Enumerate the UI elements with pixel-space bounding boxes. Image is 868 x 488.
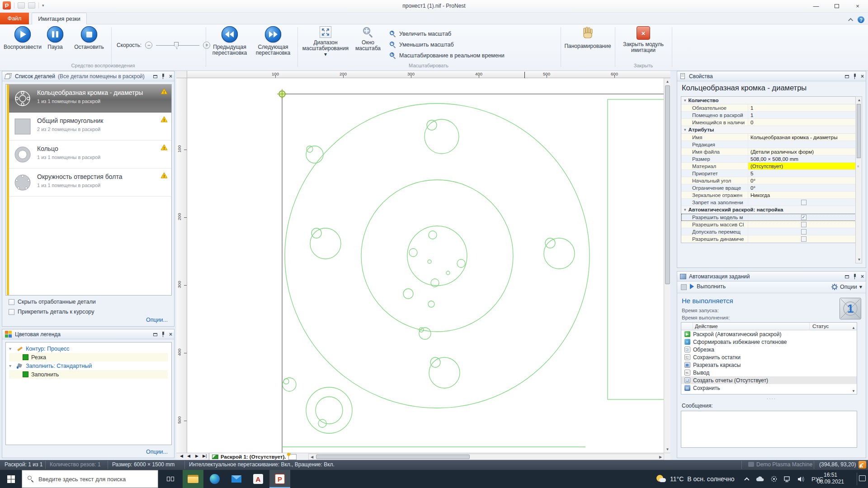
panel-pin-icon[interactable] <box>161 74 165 79</box>
checkbox-icon[interactable] <box>801 222 807 227</box>
automation-checkbox[interactable] <box>681 284 687 290</box>
property-row[interactable]: Имя Кольцеобразная кромка - диаметры <box>681 134 857 141</box>
panel-restore-icon[interactable] <box>153 333 157 336</box>
messages-box[interactable] <box>681 411 857 448</box>
scroll-left-icon[interactable]: ◀ <box>309 454 315 460</box>
checkbox-icon[interactable] <box>801 229 807 235</box>
speed-slider-thumb[interactable] <box>174 42 179 48</box>
panel-restore-icon[interactable] <box>845 275 849 278</box>
task-row[interactable]: NC Вывод <box>681 369 857 376</box>
property-row[interactable]: Размер 508,00 × 508,00 mm <box>681 155 857 163</box>
checkbox-icon[interactable] <box>801 200 807 205</box>
job-automation-header[interactable]: Автоматизация заданий × <box>677 272 866 282</box>
scroll-up-icon[interactable]: ▲ <box>852 324 855 332</box>
attach-part-to-cursor-checkbox[interactable]: Прикрепить деталь к курсору <box>9 309 94 315</box>
properties-scrollbar[interactable]: ▲ ≡ ▼ <box>855 96 862 263</box>
speed-slider[interactable] <box>156 42 199 49</box>
part-list-item[interactable]: Кольцо 1 из 1 помещены в раскрой ! <box>9 141 171 169</box>
canvas-horizontal-scrollbar[interactable]: ◀ ▶ <box>308 454 664 460</box>
taskbar-pronest-active[interactable]: P <box>269 470 290 488</box>
section-chevron-icon[interactable]: ▾ <box>684 98 686 103</box>
checkbox-icon[interactable] <box>801 236 807 242</box>
legend-group-fill[interactable]: ▾ Заполнить: Стандартный <box>9 361 168 370</box>
scroll-right-icon[interactable]: ▶ <box>657 454 664 460</box>
panel-restore-icon[interactable] <box>845 75 849 78</box>
section-chevron-icon[interactable]: ▾ <box>684 127 686 132</box>
taskbar-clock[interactable]: 16:51 06.09.2021 <box>813 472 848 485</box>
legend-options-link[interactable]: Опции... <box>146 449 168 455</box>
scroll-up-icon[interactable]: ▲ <box>664 78 671 85</box>
maximize-button[interactable] <box>826 0 847 12</box>
color-legend-header[interactable]: Цветовая легенда × <box>2 329 174 339</box>
property-row-material[interactable]: Материал (Отсутствует) <box>681 163 857 170</box>
legend-item-fill[interactable]: Заполнить <box>9 370 168 379</box>
property-row[interactable]: Ограничение враще 0° <box>681 184 857 192</box>
panel-close-icon[interactable]: × <box>169 331 172 338</box>
volume-icon[interactable] <box>797 476 805 482</box>
part-list-options-link[interactable]: Опции... <box>146 317 168 323</box>
network-icon[interactable] <box>784 476 791 482</box>
part-list-item[interactable]: Общий прямоугольник 2 из 2 помещены в ра… <box>9 113 171 141</box>
play-button[interactable]: Воспроизвести <box>4 26 42 50</box>
scroll-down-icon[interactable]: ▼ <box>856 256 863 263</box>
close-button[interactable]: × <box>847 0 868 12</box>
panel-pin-icon[interactable] <box>853 74 857 79</box>
taskbar-file-explorer[interactable] <box>183 470 203 488</box>
checkbox-icon[interactable] <box>9 299 14 305</box>
previous-rearrangement-button[interactable]: Предыдущая перестановка <box>209 26 250 56</box>
task-row[interactable]: ◱ Сохранить остатки <box>681 353 857 361</box>
minimize-button[interactable]: — <box>806 0 826 12</box>
panel-restore-icon[interactable] <box>153 75 157 78</box>
next-sheet-icon[interactable]: ▶ <box>195 454 198 458</box>
checkbox-checked-icon[interactable]: ✓ <box>801 215 807 220</box>
property-section-autonest[interactable]: ▾ Автоматический раскрой: настройка <box>681 206 857 214</box>
property-row[interactable]: Запрет на заполнени <box>681 199 857 206</box>
material-missing-value[interactable]: (Отсутствует) <box>748 163 857 169</box>
last-sheet-icon[interactable]: ▶| <box>203 454 207 458</box>
scroll-down-icon[interactable]: ▼ <box>852 389 855 393</box>
speed-decrease-button[interactable]: − <box>145 42 152 49</box>
task-row[interactable]: ◲ Обрезка <box>681 346 857 353</box>
checkbox-icon[interactable] <box>9 309 14 315</box>
property-row[interactable]: Начальный угол 0° <box>681 177 857 184</box>
panel-pin-icon[interactable] <box>161 332 165 337</box>
property-row[interactable]: Допускать перемещ <box>681 228 857 235</box>
property-row[interactable]: Помещено в раскрой 1 <box>681 112 857 119</box>
panel-close-icon[interactable]: × <box>169 73 172 80</box>
property-row[interactable]: Имя файла (Детали различных форм) <box>681 148 857 155</box>
nest-canvas[interactable] <box>187 78 670 453</box>
property-row[interactable]: Редакция <box>681 141 857 148</box>
property-row-selected[interactable]: Разрешить модель м ✓ <box>681 214 857 221</box>
start-button[interactable] <box>0 470 22 488</box>
prev-sheet-icon[interactable]: ◀ <box>187 454 190 458</box>
zoom-realtime-button[interactable]: ± Масштабирование в реальном времени <box>390 51 505 61</box>
part-list-item[interactable]: Кольцеобразная кромка - диаметры 1 из 1 … <box>9 84 171 113</box>
column-action[interactable]: Действие <box>693 323 810 330</box>
run-button[interactable]: Выполнить <box>690 283 726 290</box>
pan-button[interactable]: Панорамирование <box>564 26 611 49</box>
notification-center-icon[interactable] <box>859 475 866 481</box>
automation-options-button[interactable]: Опции ▾ <box>831 283 862 290</box>
tree-chevron-icon[interactable]: ▾ <box>9 363 14 368</box>
sheet-tab[interactable]: Раскрой 1: (Отсутствует). <box>209 453 291 460</box>
scrollbar-thumb[interactable] <box>316 455 470 459</box>
column-status[interactable]: Статус ▲ <box>810 323 857 330</box>
zoom-window-button[interactable]: Окно масштаба <box>352 26 384 52</box>
section-chevron-icon[interactable]: ▾ <box>684 207 686 212</box>
legend-group-contour[interactable]: ▾ Контур: Процесс <box>9 344 168 353</box>
legend-item-cut[interactable]: Резка <box>9 353 168 361</box>
scroll-down-icon[interactable]: ▼ <box>664 446 671 453</box>
taskbar-mail[interactable] <box>226 470 247 488</box>
part-list-item[interactable]: Окружность отверстия болта 1 из 1 помеще… <box>9 169 171 197</box>
task-row-selected[interactable]: ❏ Создать отчеты (Отсутствует) <box>681 376 857 384</box>
property-section-attributes[interactable]: ▾ Атрибуты <box>681 126 857 134</box>
tab-simulation[interactable]: Имитация резки <box>32 13 87 24</box>
zoom-out-button[interactable]: − Уменьшить масштаб <box>390 40 454 50</box>
zoom-in-button[interactable]: + Увеличить масштаб <box>390 29 451 39</box>
close-simulation-button[interactable]: × Закрыть модуль имитации <box>618 26 668 53</box>
taskbar-autocad[interactable]: A <box>248 470 269 488</box>
zoom-range-button[interactable]: Диапазон масштабирования ▾ <box>302 26 349 57</box>
panel-close-icon[interactable]: × <box>861 273 864 280</box>
task-row[interactable]: ⟡ Сформировать избежание столкнове <box>681 338 857 346</box>
meet-now-icon[interactable] <box>770 476 778 482</box>
